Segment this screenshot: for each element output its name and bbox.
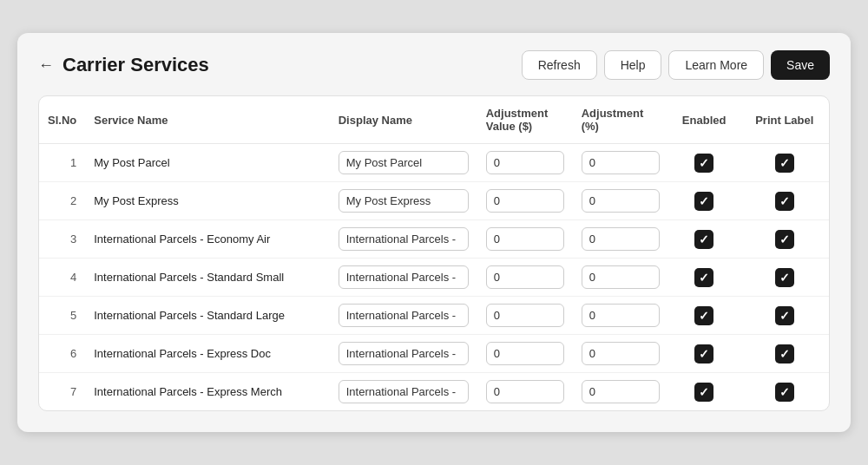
cell-adj-pct [573,182,668,220]
help-button[interactable]: Help [604,50,662,80]
enabled-checkbox[interactable] [694,306,713,325]
cell-adj-pct [573,335,668,373]
adj-value-input[interactable] [486,342,564,365]
print-label-checkbox[interactable] [775,383,794,402]
cell-adj-value [477,373,573,411]
refresh-button[interactable]: Refresh [522,50,597,80]
cell-service-name: My Post Express [85,182,329,220]
adj-value-input[interactable] [486,151,564,174]
adj-pct-input[interactable] [582,304,660,327]
cell-slno: 3 [39,220,85,259]
cell-display-name [330,144,477,182]
print-label-checkbox[interactable] [775,154,794,173]
table-row: 1 My Post Parcel [39,144,829,182]
display-name-input[interactable] [339,227,469,251]
cell-adj-pct [573,297,668,335]
display-name-input[interactable] [339,342,469,365]
cell-display-name [330,297,477,335]
learn-more-button[interactable]: Learn More [668,50,764,80]
display-name-input[interactable] [339,304,469,327]
adj-pct-input[interactable] [582,380,660,403]
table-row: 4 International Parcels - Standard Small [39,259,829,297]
cell-display-name [330,182,477,220]
col-display-name: Display Name [330,96,477,144]
display-name-input[interactable] [339,265,469,289]
cell-service-name: International Parcels - Express Merch [85,373,329,411]
col-adj-value: Adjustment Value ($) [477,96,573,144]
cell-service-name: International Parcels - Standard Small [85,259,329,297]
cell-slno: 5 [39,297,85,335]
adj-pct-input[interactable] [582,227,660,251]
cell-slno: 4 [39,259,85,297]
cell-print-label [740,182,829,220]
cell-display-name [330,335,477,373]
cell-print-label [740,373,829,411]
adj-value-input[interactable] [486,380,564,403]
services-table: Sl.No Service Name Display Name Adjustme… [39,96,829,410]
adj-pct-input[interactable] [582,265,660,289]
display-name-input[interactable] [339,151,469,174]
cell-adj-value [477,220,573,259]
col-adj-pct: Adjustment (%) [573,96,668,144]
cell-enabled [668,144,740,182]
back-button[interactable]: ← [38,56,54,75]
cell-adj-pct [573,373,668,411]
table-row: 6 International Parcels - Express Doc [39,335,829,373]
cell-display-name [330,259,477,297]
enabled-checkbox[interactable] [694,344,713,363]
adj-value-input[interactable] [486,304,564,327]
services-table-wrapper: Sl.No Service Name Display Name Adjustme… [38,95,830,411]
adj-pct-input[interactable] [582,342,660,365]
table-row: 7 International Parcels - Express Merch [39,373,829,411]
cell-adj-value [477,297,573,335]
enabled-checkbox[interactable] [694,192,713,211]
adj-pct-input[interactable] [582,189,660,213]
header-actions: Refresh Help Learn More Save [522,50,830,80]
col-enabled: Enabled [668,96,740,144]
carrier-services-card: ← Carrier Services Refresh Help Learn Mo… [17,33,851,432]
enabled-checkbox[interactable] [694,154,713,173]
cell-print-label [740,259,829,297]
enabled-checkbox[interactable] [694,268,713,287]
cell-print-label [740,335,829,373]
cell-adj-pct [573,259,668,297]
cell-slno: 2 [39,182,85,220]
cell-service-name: International Parcels - Express Doc [85,335,329,373]
cell-service-name: My Post Parcel [85,144,329,182]
table-header-row: Sl.No Service Name Display Name Adjustme… [39,96,829,144]
cell-enabled [668,182,740,220]
cell-display-name [330,220,477,259]
cell-print-label [740,297,829,335]
cell-adj-pct [573,144,668,182]
col-service-name: Service Name [85,96,329,144]
cell-enabled [668,259,740,297]
enabled-checkbox[interactable] [694,383,713,402]
adj-pct-input[interactable] [582,151,660,174]
adj-value-input[interactable] [486,265,564,289]
print-label-checkbox[interactable] [775,306,794,325]
save-button[interactable]: Save [771,50,830,80]
table-row: 2 My Post Express [39,182,829,220]
print-label-checkbox[interactable] [775,192,794,211]
cell-display-name [330,373,477,411]
cell-adj-value [477,335,573,373]
cell-adj-pct [573,220,668,259]
page-title: Carrier Services [62,54,209,76]
page-header: ← Carrier Services Refresh Help Learn Mo… [38,50,830,80]
print-label-checkbox[interactable] [775,344,794,363]
display-name-input[interactable] [339,189,469,213]
print-label-checkbox[interactable] [775,230,794,249]
table-row: 3 International Parcels - Economy Air [39,220,829,259]
cell-slno: 1 [39,144,85,182]
cell-slno: 7 [39,373,85,411]
enabled-checkbox[interactable] [694,230,713,249]
header-left: ← Carrier Services [38,54,209,76]
display-name-input[interactable] [339,380,469,403]
cell-service-name: International Parcels - Standard Large [85,297,329,335]
adj-value-input[interactable] [486,189,564,213]
adj-value-input[interactable] [486,227,564,251]
col-print-label: Print Label [740,96,829,144]
print-label-checkbox[interactable] [775,268,794,287]
cell-enabled [668,220,740,259]
cell-print-label [740,144,829,182]
